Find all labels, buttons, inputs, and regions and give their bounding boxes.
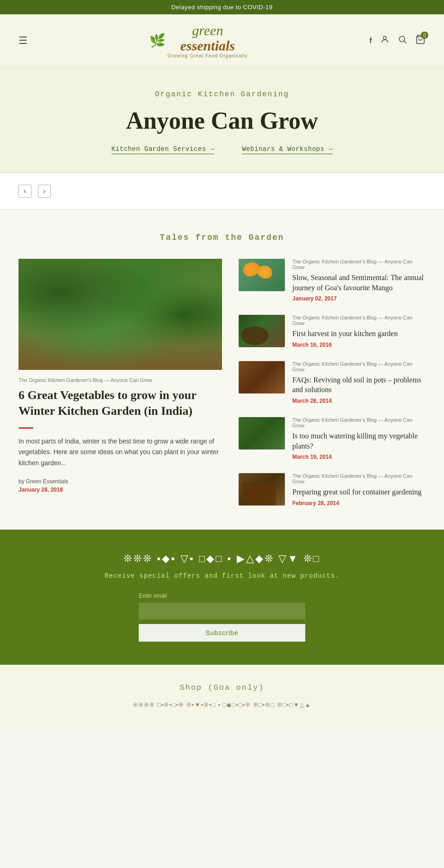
newsletter-section: ❊❊❊ ▪◆▪ ▽▪ □◆□ ▪ ▶△◆❊ ▽▼ ❊□ Receive spec… [0, 530, 444, 665]
hamburger-menu[interactable]: ☰ [18, 35, 28, 47]
svg-point-0 [383, 36, 387, 39]
sidebar-post-1: The Organic Kitchen Gardener's Blog — An… [239, 259, 426, 302]
slider-next-button[interactable]: › [38, 185, 51, 198]
footer-shop-title: Shop (Goa only) [18, 683, 426, 692]
site-footer: Shop (Goa only) ❊❊❊❊ □▪❊▪□▪❊ ❊▪▼▪❊▪□ ▪ □… [0, 665, 444, 727]
sidebar-post-meta-5: The Organic Kitchen Gardener's Blog — An… [292, 473, 426, 484]
blog-section-title: Tales from the Garden [18, 233, 426, 242]
newsletter-form: Enter email Subscribe [139, 593, 305, 642]
hero-section: Organic Kitchen Gardening Anyone Can Gro… [0, 67, 444, 173]
sidebar-post-meta-2: The Organic Kitchen Gardener's Blog — An… [292, 315, 426, 326]
facebook-icon[interactable]: f [370, 37, 372, 45]
logo-essentials: essentials [180, 38, 235, 53]
blog-section: Tales from the Garden The Organic Kitche… [0, 210, 444, 530]
sidebar-post-5: The Organic Kitchen Gardener's Blog — An… [239, 473, 426, 506]
blog-excerpt: In most parts of India, winter is the be… [18, 436, 222, 469]
sidebar-post-date-2: March 16, 2016 [292, 342, 426, 348]
hero-title: Anyone Can Grow [18, 107, 426, 134]
blog-sidebar: The Organic Kitchen Gardener's Blog — An… [239, 259, 426, 506]
user-icon[interactable] [380, 35, 389, 46]
sidebar-post-content-1: The Organic Kitchen Gardener's Blog — An… [292, 259, 426, 302]
sidebar-thumb-4[interactable] [239, 417, 285, 450]
blog-date: January 28, 2018 [18, 487, 222, 493]
sidebar-post-title-5[interactable]: Preparing great soil for container garde… [292, 487, 426, 497]
svg-point-1 [399, 36, 405, 42]
sidebar-post-date-5: February 28, 2014 [292, 500, 426, 506]
sidebar-post-title-2[interactable]: First harvest in your kitchen garden [292, 329, 426, 339]
sidebar-post-date-3: March 28, 2014 [292, 398, 426, 404]
blog-main-meta: The Organic Kitchen Gardener's Blog — An… [18, 377, 222, 383]
blog-author: by Green Essentials [18, 478, 222, 485]
svg-line-2 [404, 41, 407, 44]
site-logo[interactable]: 🌿 green essentials Growing Great Food Or… [149, 23, 247, 58]
sidebar-thumb-2[interactable] [239, 315, 285, 347]
hero-subtitle: Organic Kitchen Gardening [18, 90, 426, 99]
sidebar-post-title-1[interactable]: Slow, Seasonal and Sentimental: The annu… [292, 273, 426, 293]
newsletter-logo-symbols: ❊❊❊ ▪◆▪ ▽▪ □◆□ ▪ ▶△◆❊ ▽▼ ❊□ [18, 553, 426, 565]
sidebar-post-title-4[interactable]: Is too much watering killing my vegetabl… [292, 431, 426, 451]
subscribe-button[interactable]: Subscribe [139, 624, 305, 642]
slider-prev-button[interactable]: ‹ [18, 185, 31, 198]
sidebar-post-2: The Organic Kitchen Gardener's Blog — An… [239, 315, 426, 348]
sidebar-thumb-1[interactable] [239, 259, 285, 291]
sidebar-post-3: The Organic Kitchen Gardener's Blog — An… [239, 361, 426, 404]
sidebar-post-meta-4: The Organic Kitchen Gardener's Blog — An… [292, 417, 426, 428]
slider-navigation: ‹ › [18, 185, 51, 198]
sidebar-post-meta-1: The Organic Kitchen Gardener's Blog — An… [292, 259, 426, 270]
sidebar-thumb-5[interactable] [239, 473, 285, 506]
hero-links: Kitchen Garden Services Webinars & Works… [18, 145, 426, 154]
newsletter-description: Receive special offers and first look at… [18, 572, 426, 580]
blog-main-image[interactable] [18, 259, 222, 370]
cart-count: 0 [421, 31, 428, 39]
email-label: Enter email [139, 593, 305, 599]
sidebar-thumb-3[interactable] [239, 361, 285, 393]
image-slider: ‹ › [0, 173, 444, 210]
email-input[interactable] [139, 603, 305, 619]
footer-symbols: ❊❊❊❊ □▪❊▪□▪❊ ❊▪▼▪❊▪□ ▪ □◆□▪□▪❊ ❊□▪❊□ ❊□▪… [18, 701, 426, 708]
sidebar-post-date-1: January 02, 2017 [292, 295, 426, 302]
blog-main-title[interactable]: 6 Great Vegetables to grow in your Winte… [18, 387, 222, 419]
search-icon[interactable] [398, 35, 407, 46]
header-right: f 0 [370, 34, 426, 47]
kitchen-garden-services-link[interactable]: Kitchen Garden Services [111, 145, 215, 154]
webinars-workshops-link[interactable]: Webinars & Workshops [242, 145, 333, 154]
banner-text: Delayed shipping due to COVID-19 [171, 4, 272, 11]
sidebar-post-content-4: The Organic Kitchen Gardener's Blog — An… [292, 417, 426, 460]
logo-green: green [192, 23, 223, 38]
sidebar-post-4: The Organic Kitchen Gardener's Blog — An… [239, 417, 426, 460]
sidebar-post-content-5: The Organic Kitchen Gardener's Blog — An… [292, 473, 426, 506]
blog-main-post: The Organic Kitchen Gardener's Blog — An… [18, 259, 222, 506]
header-left: ☰ [18, 35, 28, 47]
sidebar-post-meta-3: The Organic Kitchen Gardener's Blog — An… [292, 361, 426, 372]
announcement-banner: Delayed shipping due to COVID-19 [0, 0, 444, 14]
blog-layout: The Organic Kitchen Gardener's Blog — An… [18, 259, 426, 506]
site-header: ☰ 🌿 green essentials Growing Great Food … [0, 14, 444, 67]
sidebar-post-date-4: March 19, 2014 [292, 454, 426, 460]
logo-tagline: Growing Great Food Organically [167, 53, 247, 58]
blog-divider [18, 427, 33, 429]
sidebar-post-title-3[interactable]: FAQs: Reviving old soil in pots – proble… [292, 375, 426, 395]
cart-icon[interactable]: 0 [415, 34, 426, 47]
sidebar-post-content-3: The Organic Kitchen Gardener's Blog — An… [292, 361, 426, 404]
sidebar-post-content-2: The Organic Kitchen Gardener's Blog — An… [292, 315, 426, 348]
